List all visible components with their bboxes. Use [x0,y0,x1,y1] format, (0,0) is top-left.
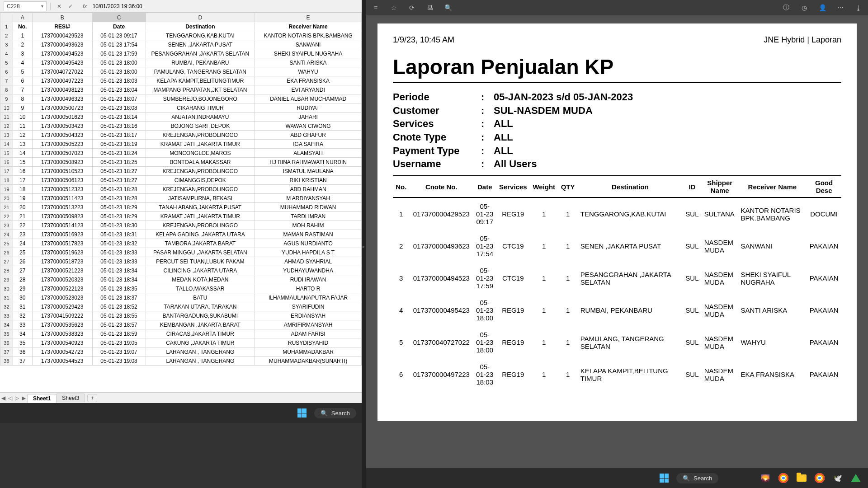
row-header[interactable]: 32 [0,302,13,311]
row-header[interactable]: 20 [0,194,13,203]
cell[interactable]: MONCONGLOE,MAROS [146,149,255,158]
cell[interactable]: 37 [13,357,32,366]
cell[interactable]: 14 [13,149,32,158]
cell[interactable]: WAWAN CIWONG [255,122,362,131]
cell[interactable]: 17370000520323 [32,275,92,284]
col-header-A[interactable]: A [13,13,32,22]
row-header[interactable]: 9 [0,94,13,103]
cell[interactable]: 05-01-23 18:31 [92,230,146,239]
row-header[interactable]: 6 [0,67,13,76]
cell[interactable]: IGA SAFIRA [255,140,362,149]
cell[interactable]: 17370000505223 [32,140,92,149]
cell[interactable]: 8 [13,94,32,103]
cell[interactable]: 17370000519623 [32,248,92,257]
cell[interactable]: 05-01-23 18:33 [92,257,146,266]
cell[interactable]: CILINCING ,JAKARTA UTARA [146,266,255,275]
cell[interactable]: 17370000521223 [32,266,92,275]
cell[interactable]: 11 [13,122,32,131]
table-row[interactable]: 19181737000051232305-01-23 18:28KREJENGA… [0,185,362,194]
cell[interactable]: 17370000538323 [32,329,92,338]
row-header[interactable]: 1 [0,22,13,31]
table-row[interactable]: 32311737000052942305-01-23 18:52TARAKAN … [0,302,362,311]
cell[interactable]: 26 [13,257,32,266]
row-header[interactable]: 25 [0,239,13,248]
start-button-right[interactable] [656,470,672,486]
cell[interactable]: 20 [13,203,32,212]
header-cell[interactable]: Receiver Name [255,22,362,31]
cell[interactable]: 17370000497223 [32,76,92,85]
row-header[interactable]: 15 [0,149,13,158]
row-header[interactable]: 5 [0,58,13,67]
taskbar-search-right[interactable]: 🔍 Search [676,473,718,483]
row-header[interactable]: 38 [0,357,13,366]
table-row[interactable]: 36351737000054092305-01-23 19:05CAKUNG ,… [0,338,362,347]
menu-icon[interactable]: ≡ [371,4,381,11]
table-row[interactable]: 541737000049542305-01-23 18:00RUMBAI, PE… [0,58,362,67]
table-row[interactable]: 30291737000052212305-01-23 18:35TALLO,MA… [0,284,362,293]
cell[interactable]: PERCUT SEI TUAN,LUBUK PAKAM [146,257,255,266]
row-header[interactable]: 24 [0,230,13,239]
cell[interactable]: 17370000500723 [32,103,92,113]
cell[interactable]: 05-01-23 18:17 [92,131,146,140]
row-header[interactable]: 2 [0,31,13,40]
table-row[interactable]: 12111737000050342305-01-23 18:16BOJONG S… [0,122,362,131]
pdf-body[interactable]: 1/9/23, 10:45 AM JNE Hybrid | Laporan La… [366,15,868,468]
cell[interactable]: WAHYU [255,67,362,76]
cell[interactable]: 05-01-23 18:33 [92,248,146,257]
table-row[interactable]: 211737000042952305-01-23 09:17TENGGARONG… [0,31,362,40]
header-cell[interactable]: Date [92,22,146,31]
cell[interactable]: 05-01-23 18:52 [92,302,146,311]
cell[interactable]: BONTOALA,MAKASSAR [146,158,255,167]
cell[interactable]: KREJENGAN,PROBOLINGGO [146,185,255,194]
add-sheet-button[interactable]: + [87,394,97,402]
cell[interactable]: 05-01-23 17:59 [92,49,146,58]
table-row[interactable]: 14131737000050522305-01-23 18:19KRAMAT J… [0,140,362,149]
cell[interactable]: 17370000517823 [32,239,92,248]
app-drive-icon[interactable] [849,471,863,485]
cell[interactable]: KRAMAT JATI ,JAKARTA TIMUR [146,140,255,149]
table-row[interactable]: 15141737000050702305-01-23 18:24MONCONGL… [0,149,362,158]
cell[interactable]: 17370000535623 [32,320,92,329]
cell[interactable]: KELAPA GADING ,JAKARTA UTARA [146,230,255,239]
cell[interactable]: 15 [13,158,32,167]
cell[interactable]: 17370000493623 [32,40,92,49]
nav-last-icon[interactable]: ▶ [22,395,26,401]
cell[interactable]: MOH RAHIM [255,221,362,230]
nav-next-icon[interactable]: ▷ [15,395,19,401]
cell[interactable]: HJ RINA RAHMAWATI NURDIN [255,158,362,167]
app-mail-icon[interactable]: 🕊️ [831,471,844,485]
row-header[interactable]: 19 [0,185,13,194]
cell[interactable]: 19 [13,194,32,203]
cell[interactable]: 17370000518723 [32,257,92,266]
row-header[interactable]: 16 [0,158,13,167]
cell[interactable]: LARANGAN , TANGERANG [146,357,255,366]
cell[interactable]: ERDIANSYAH [255,311,362,320]
table-row[interactable]: 321737000049362305-01-23 17:54SENEN ,JAK… [0,40,362,49]
cell[interactable]: ABD RAHMAN [255,185,362,194]
row-header[interactable]: 27 [0,257,13,266]
cell[interactable]: JATISAMPURNA, BEKASI [146,194,255,203]
cell[interactable]: CAKUNG ,JAKARTA TIMUR [146,338,255,347]
app-chrome-icon[interactable] [777,471,790,485]
cell[interactable]: 23 [13,230,32,239]
cell[interactable]: 05-01-23 18:34 [92,275,146,284]
window-splitter[interactable]: ▸ [362,0,366,488]
row-header[interactable]: 23 [0,221,13,230]
cell[interactable]: CIRACAS,JAKARTA TIMUR [146,329,255,338]
taskbar-search[interactable]: 🔍 Search [314,408,356,418]
table-row[interactable]: 34331737000053562305-01-23 18:57KEMBANGA… [0,320,362,329]
table-row[interactable]: 37361737000054272305-01-23 19:07LARANGAN… [0,347,362,357]
cell[interactable]: RIKI KRISTIAN [255,176,362,185]
cell[interactable]: 17370000522123 [32,284,92,293]
table-row[interactable]: 26251737000051962305-01-23 18:33PASAR MI… [0,248,362,257]
confirm-icon[interactable]: ✓ [66,3,75,9]
cell[interactable]: 30 [13,293,32,302]
cell[interactable]: YUDHAYUWANDHA [255,266,362,275]
cell[interactable]: MUHAMMADAKBAR [255,347,362,357]
cell[interactable]: 3 [13,49,32,58]
cell[interactable]: MUHAMMAD RIDWAN [255,203,362,212]
cell[interactable]: 17370000544523 [32,357,92,366]
cell[interactable]: 05-01-23 19:08 [92,357,146,366]
cell[interactable]: 35 [13,338,32,347]
cell[interactable]: SANTI ARISKA [255,58,362,67]
